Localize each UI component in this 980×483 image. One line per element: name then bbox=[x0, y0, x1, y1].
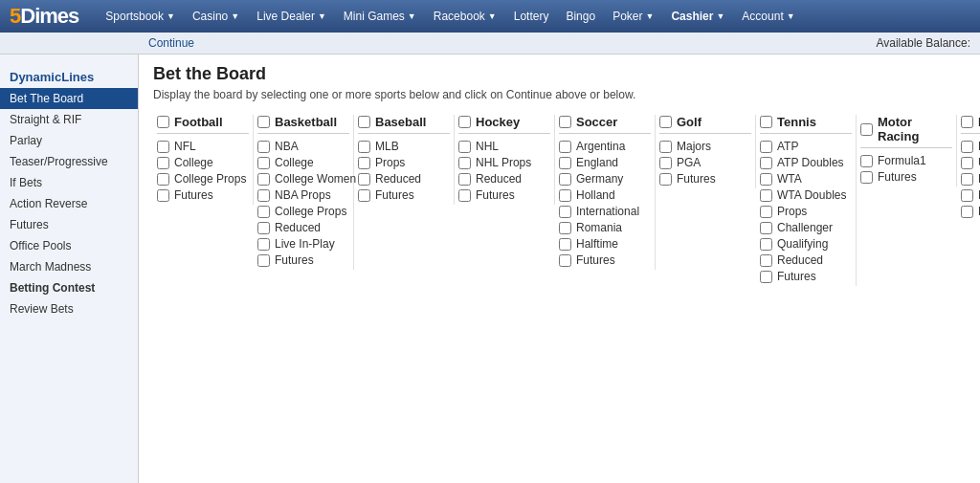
sidebar-item-if-bets[interactable]: If Bets bbox=[0, 172, 138, 193]
sport-item-checkbox[interactable] bbox=[257, 222, 270, 234]
sport-item-checkbox[interactable] bbox=[458, 173, 471, 186]
sport-item-checkbox[interactable] bbox=[458, 189, 471, 202]
sidebar-item-review-bets[interactable]: Review Bets bbox=[0, 298, 138, 319]
nav-item-cashier[interactable]: Cashier▼ bbox=[663, 0, 732, 33]
sport-header-soccer: Soccer bbox=[559, 115, 651, 134]
sport-item-checkbox[interactable] bbox=[559, 254, 571, 267]
sport-checkbox-soccer[interactable] bbox=[559, 116, 571, 128]
sport-checkbox-basketball[interactable] bbox=[257, 116, 270, 128]
logo: 5Dimes bbox=[10, 4, 78, 29]
sidebar-item-futures[interactable]: Futures bbox=[0, 214, 138, 235]
sport-item-checkbox[interactable] bbox=[760, 222, 772, 234]
sport-item-checkbox[interactable] bbox=[860, 171, 873, 184]
sport-name-soccer: Soccer bbox=[576, 115, 617, 129]
sports-grid: FootballNFLCollegeCollege PropsFuturesBa… bbox=[153, 115, 966, 286]
sport-item-checkbox[interactable] bbox=[559, 238, 571, 251]
sidebar-item-betting-contest[interactable]: Betting Contest bbox=[0, 277, 138, 298]
sidebar-item-office-pools[interactable]: Office Pools bbox=[0, 235, 138, 256]
nav-item-poker[interactable]: Poker▼ bbox=[605, 0, 661, 33]
sport-item-checkbox[interactable] bbox=[559, 189, 571, 202]
sport-item-checkbox[interactable] bbox=[257, 173, 270, 186]
sport-item-checkbox[interactable] bbox=[157, 141, 169, 153]
nav-item-bingo[interactable]: Bingo bbox=[558, 0, 603, 33]
nav-item-lottery[interactable]: Lottery bbox=[506, 0, 557, 33]
sport-item-checkbox[interactable] bbox=[659, 173, 672, 186]
sport-item-label: Futures bbox=[476, 188, 515, 202]
sport-item-checkbox[interactable] bbox=[358, 189, 370, 202]
sport-item-checkbox[interactable] bbox=[961, 173, 973, 186]
nav-item-sportsbook[interactable]: Sportsbook▼ bbox=[98, 0, 183, 33]
nav-item-account[interactable]: Account▼ bbox=[734, 0, 802, 33]
sport-item-checkbox[interactable] bbox=[760, 141, 772, 153]
sport-item-checkbox[interactable] bbox=[559, 141, 571, 153]
sport-item-checkbox[interactable] bbox=[659, 141, 672, 153]
sport-item-checkbox[interactable] bbox=[760, 189, 772, 202]
sidebar-item-straight-&-rif[interactable]: Straight & RIF bbox=[0, 109, 138, 130]
sport-checkbox-fighting[interactable] bbox=[961, 116, 973, 128]
sport-item: Futures bbox=[157, 188, 249, 202]
sport-checkbox-motor-racing[interactable] bbox=[860, 123, 873, 136]
sport-item-checkbox[interactable] bbox=[559, 157, 571, 169]
sport-header-golf: Golf bbox=[659, 115, 751, 134]
sport-item-checkbox[interactable] bbox=[760, 206, 772, 218]
sport-item-checkbox[interactable] bbox=[257, 238, 270, 251]
sport-item-checkbox[interactable] bbox=[559, 173, 571, 186]
sport-checkbox-golf[interactable] bbox=[659, 116, 672, 128]
sport-checkbox-hockey[interactable] bbox=[458, 116, 471, 128]
sport-item: England bbox=[559, 156, 651, 169]
sport-item-checkbox[interactable] bbox=[559, 206, 571, 218]
sport-item: NFL bbox=[157, 140, 249, 153]
sport-item-checkbox[interactable] bbox=[257, 141, 270, 153]
sport-item-checkbox[interactable] bbox=[257, 206, 270, 218]
sport-col-baseball: BaseballMLBPropsReducedFutures bbox=[354, 115, 455, 205]
sport-checkbox-football[interactable] bbox=[157, 116, 169, 128]
sport-item-checkbox[interactable] bbox=[358, 157, 370, 169]
nav-item-racebook[interactable]: Racebook▼ bbox=[426, 0, 504, 33]
sport-item-label: Germany bbox=[576, 172, 623, 186]
nav-item-casino[interactable]: Casino▼ bbox=[185, 0, 247, 33]
sport-item-checkbox[interactable] bbox=[458, 141, 471, 153]
sport-item-checkbox[interactable] bbox=[358, 173, 370, 186]
sport-col-football: FootballNFLCollegeCollege PropsFutures bbox=[153, 115, 254, 205]
sidebar-item-parlay[interactable]: Parlay bbox=[0, 130, 138, 151]
sport-item-checkbox[interactable] bbox=[760, 271, 772, 283]
sport-item-checkbox[interactable] bbox=[961, 157, 973, 169]
sport-checkbox-tennis[interactable] bbox=[760, 116, 772, 128]
continue-link[interactable]: Continue bbox=[148, 36, 194, 50]
sport-item: Holland bbox=[559, 188, 651, 202]
sport-col-golf: GolfMajorsPGAFutures bbox=[656, 115, 756, 188]
sport-item-checkbox[interactable] bbox=[860, 155, 873, 167]
nav-item-live-dealer[interactable]: Live Dealer▼ bbox=[249, 0, 334, 33]
sport-name-golf: Golf bbox=[677, 115, 702, 129]
sport-item-checkbox[interactable] bbox=[157, 157, 169, 169]
sport-item-checkbox[interactable] bbox=[358, 141, 370, 153]
sport-item-checkbox[interactable] bbox=[760, 254, 772, 267]
sport-item-checkbox[interactable] bbox=[760, 173, 772, 186]
sport-item-checkbox[interactable] bbox=[257, 254, 270, 267]
sport-item-checkbox[interactable] bbox=[659, 157, 672, 169]
layout: DynamicLines Bet The BoardStraight & RIF… bbox=[0, 55, 980, 483]
sport-item-label: Reduced bbox=[375, 172, 421, 186]
logo-text: Dimes bbox=[20, 4, 78, 28]
sport-item-checkbox[interactable] bbox=[961, 189, 973, 202]
sport-checkbox-baseball[interactable] bbox=[358, 116, 370, 128]
sidebar-item-action-reverse[interactable]: Action Reverse bbox=[0, 193, 138, 214]
sport-item-checkbox[interactable] bbox=[257, 189, 270, 202]
sport-item-label: Props bbox=[777, 205, 807, 218]
sport-item-checkbox[interactable] bbox=[157, 173, 169, 186]
nav-item-mini-games[interactable]: Mini Games▼ bbox=[336, 0, 424, 33]
sport-item-checkbox[interactable] bbox=[760, 238, 772, 251]
sport-item-label: PGA bbox=[677, 156, 701, 169]
sport-item-checkbox[interactable] bbox=[157, 189, 169, 202]
sport-item-checkbox[interactable] bbox=[458, 157, 471, 169]
sidebar-item-bet-the-board[interactable]: Bet The Board bbox=[0, 88, 138, 109]
sport-item-checkbox[interactable] bbox=[961, 206, 973, 218]
sport-item-checkbox[interactable] bbox=[257, 157, 270, 169]
sport-header-motor-racing: Motor Racing bbox=[860, 115, 952, 148]
sidebar-item-march-madness[interactable]: March Madness bbox=[0, 256, 138, 277]
sport-item-checkbox[interactable] bbox=[760, 157, 772, 169]
sport-item-checkbox[interactable] bbox=[961, 141, 973, 153]
sidebar-item-teaser-progressive[interactable]: Teaser/Progressive bbox=[0, 151, 138, 172]
sport-item-checkbox[interactable] bbox=[559, 222, 571, 234]
sport-item: Challenger bbox=[760, 221, 852, 234]
